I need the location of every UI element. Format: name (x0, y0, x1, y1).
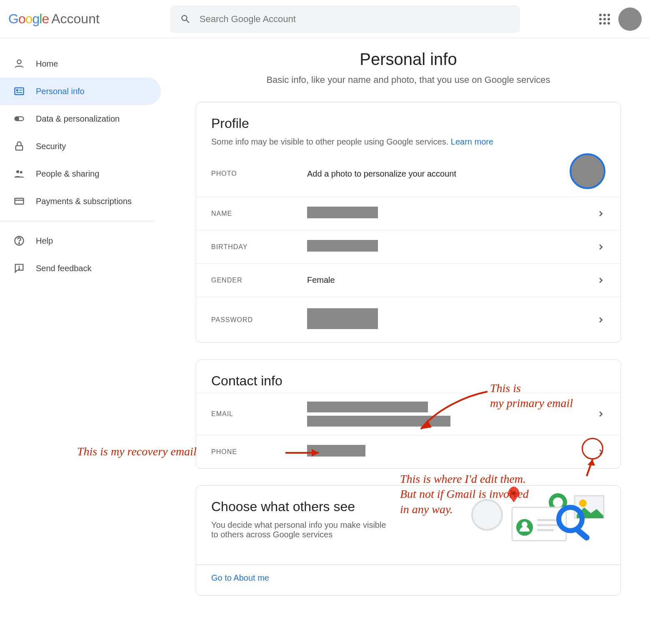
svg-rect-27 (537, 529, 554, 531)
card-title: Profile (211, 116, 605, 131)
profile-row-birthday[interactable]: BIRTHDAY (196, 230, 620, 263)
main-content: Personal info Basic info, like your name… (167, 38, 650, 612)
profile-card: Profile Some info may be visible to othe… (196, 102, 621, 343)
profile-row-gender[interactable]: GENDER Female (196, 263, 620, 297)
home-icon (12, 57, 26, 70)
sidebar-item-label: Payments & subscriptions (36, 197, 132, 206)
redacted-primary-email (307, 402, 428, 412)
sidebar-item-people[interactable]: People & sharing (0, 160, 161, 187)
search-bar[interactable] (170, 5, 520, 33)
google-logo-text: Google (8, 11, 49, 27)
redacted-value (307, 445, 365, 457)
chevron-right-icon (596, 315, 605, 324)
svg-point-8 (16, 170, 19, 173)
svg-point-0 (17, 60, 21, 64)
svg-rect-2 (16, 89, 18, 91)
apps-icon[interactable] (599, 14, 610, 25)
feedback-icon (12, 262, 26, 275)
sidebar-item-label: Data & personalization (36, 114, 120, 124)
redacted-value (307, 240, 378, 252)
profile-row-photo[interactable]: PHOTO Add a photo to personalize your ac… (196, 151, 620, 197)
sidebar-item-label: Security (36, 142, 66, 151)
go-to-about-me-link[interactable]: Go to About me (211, 573, 269, 582)
profile-row-password[interactable]: PASSWORD (196, 297, 620, 342)
chevron-right-icon (596, 209, 605, 218)
search-icon (180, 13, 191, 25)
row-label: EMAIL (211, 410, 307, 418)
chevron-right-icon (596, 409, 605, 419)
sidebar-item-security[interactable]: Security (0, 132, 161, 160)
sidebar-item-label: Help (36, 236, 53, 246)
svg-point-16 (472, 500, 502, 530)
row-value (307, 240, 605, 254)
card-icon (12, 195, 26, 208)
row-value (307, 402, 605, 427)
svg-point-24 (522, 522, 528, 527)
card-title: Contact info (211, 373, 605, 389)
card-subtitle: You decide what personal info you make v… (211, 520, 386, 539)
chevron-right-icon (596, 447, 605, 457)
illustration (458, 485, 608, 544)
card-subtitle: Some info may be visible to other people… (211, 137, 605, 147)
sidebar-item-label: Personal info (36, 87, 85, 96)
about-me-link-row: Go to About me (196, 564, 620, 595)
chevron-right-icon (596, 276, 605, 285)
row-value: Female (307, 275, 605, 285)
redacted-value (307, 308, 378, 329)
id-card-icon (12, 85, 26, 98)
svg-point-13 (19, 243, 20, 244)
page-title: Personal info (196, 50, 621, 69)
account-logo-text: Account (51, 11, 100, 27)
svg-point-17 (512, 491, 516, 495)
search-input[interactable] (200, 14, 510, 25)
svg-point-15 (19, 269, 20, 270)
page-subtitle: Basic info, like your name and photo, th… (196, 75, 621, 85)
sidebar-item-data[interactable]: Data & personalization (0, 105, 161, 132)
contact-info-card: Contact info EMAIL PHONE (196, 359, 621, 469)
svg-rect-3 (19, 90, 22, 91)
lock-icon (12, 140, 26, 153)
sidebar-item-payments[interactable]: Payments & subscriptions (0, 187, 161, 215)
sidebar-item-label: People & sharing (36, 169, 99, 179)
svg-point-9 (20, 171, 22, 174)
google-account-logo[interactable]: Google Account (8, 11, 100, 27)
redacted-recovery-email (307, 416, 450, 427)
profile-photo-avatar[interactable] (570, 153, 605, 189)
avatar[interactable] (618, 7, 642, 31)
choose-card: Choose what others see You decide what p… (196, 485, 621, 596)
sidebar-item-home[interactable]: Home (0, 50, 161, 77)
row-label: BIRTHDAY (211, 243, 307, 251)
contact-row-phone[interactable]: PHONE (196, 435, 620, 468)
row-value: Add a photo to personalize your account (307, 169, 605, 179)
people-icon (12, 167, 26, 180)
sidebar-item-help[interactable]: Help (0, 227, 161, 255)
svg-rect-7 (16, 146, 22, 150)
row-label: NAME (211, 210, 307, 217)
chevron-right-icon (596, 242, 605, 252)
sidebar: Home Personal info Data & personalizatio… (0, 38, 167, 612)
profile-row-name[interactable]: NAME (196, 197, 620, 230)
svg-point-19 (579, 499, 587, 507)
row-value (307, 207, 605, 220)
toggle-icon (12, 112, 26, 125)
svg-rect-10 (15, 198, 24, 204)
help-icon (12, 234, 26, 247)
row-value (307, 445, 605, 459)
row-label: PHONE (211, 448, 307, 456)
row-label: GENDER (211, 277, 307, 284)
sidebar-item-feedback[interactable]: Send feedback (0, 255, 161, 282)
svg-rect-29 (574, 527, 591, 542)
row-label: PHOTO (211, 170, 307, 177)
top-header: Google Account (0, 0, 650, 38)
sidebar-item-label: Home (36, 59, 58, 69)
svg-rect-4 (16, 92, 22, 93)
sidebar-item-label: Send feedback (36, 264, 91, 273)
row-label: PASSWORD (211, 316, 307, 324)
learn-more-link[interactable]: Learn more (451, 137, 493, 146)
contact-row-email[interactable]: EMAIL (196, 393, 620, 435)
svg-point-6 (16, 117, 19, 120)
sidebar-item-personal-info[interactable]: Personal info (0, 77, 161, 105)
svg-rect-26 (537, 524, 560, 526)
row-value (307, 308, 605, 331)
svg-point-21 (553, 497, 563, 507)
